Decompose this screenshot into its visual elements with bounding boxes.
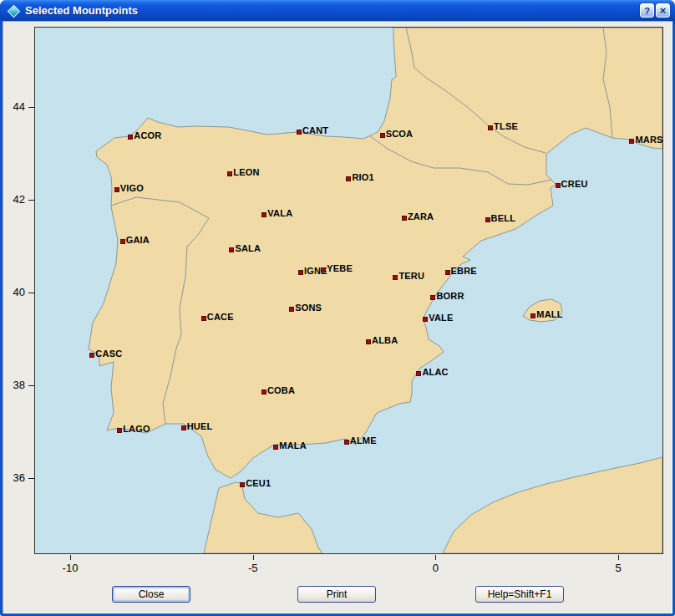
map-plot xyxy=(34,27,663,554)
x-axis-tick xyxy=(253,555,254,560)
titlebar[interactable]: Selected Mountpoints ? × xyxy=(0,0,675,21)
y-axis-tick xyxy=(28,293,34,293)
dialog-window: Selected Mountpoints ? × xyxy=(0,0,675,616)
x-axis-tick-label: 5 xyxy=(601,562,635,575)
dialog-client-area: 3638404244-10-505ACORCANTSCOATLSEMARSLEO… xyxy=(3,21,672,613)
x-axis-tick xyxy=(70,555,71,560)
y-axis-tick-label: 40 xyxy=(3,286,25,299)
x-axis-tick xyxy=(435,555,436,560)
coastline-map xyxy=(35,28,662,553)
diamond-icon xyxy=(8,5,21,18)
print-button[interactable]: Print xyxy=(297,586,376,603)
window-title: Selected Mountpoints xyxy=(25,0,138,21)
y-axis-tick-label: 38 xyxy=(3,379,25,392)
y-axis-tick xyxy=(28,107,34,108)
titlebar-help-button[interactable]: ? xyxy=(640,3,654,18)
x-axis-tick-label: -5 xyxy=(236,562,270,575)
y-axis-tick-label: 36 xyxy=(3,471,25,485)
y-axis-tick xyxy=(28,385,34,386)
caption-buttons: ? × xyxy=(640,3,670,18)
y-axis-tick-label: 44 xyxy=(3,100,25,114)
help-shortcut-button[interactable]: Help=Shift+F1 xyxy=(475,586,564,603)
y-axis-tick xyxy=(28,478,34,479)
titlebar-close-button[interactable]: × xyxy=(656,3,670,18)
y-axis-tick xyxy=(28,200,34,201)
close-button[interactable]: Close xyxy=(112,586,190,603)
x-axis-tick-label: 0 xyxy=(419,562,452,575)
y-axis-tick-label: 42 xyxy=(3,193,25,206)
x-axis-tick xyxy=(618,555,619,560)
app-icon xyxy=(8,5,18,16)
x-axis-tick-label: -10 xyxy=(53,562,87,575)
